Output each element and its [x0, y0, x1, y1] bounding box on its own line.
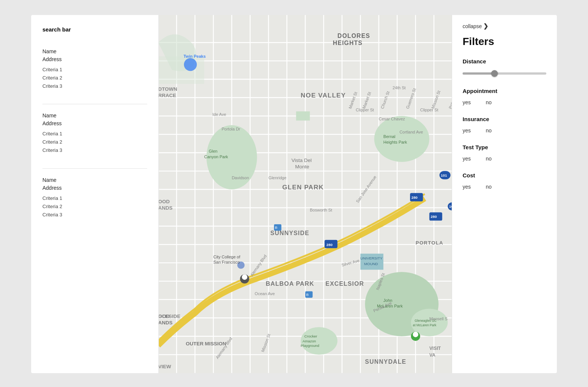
- result-criteria-1: Criteria 1 Criteria 2 Criteria 3: [42, 66, 147, 90]
- svg-text:Vista Del: Vista Del: [291, 158, 312, 163]
- svg-text:DOLORES: DOLORES: [338, 33, 370, 39]
- svg-text:Crocker: Crocker: [305, 334, 318, 338]
- result-name-3: Name: [42, 176, 147, 184]
- svg-text:101: 101: [441, 173, 447, 177]
- filter-insurance-options: yes no: [463, 128, 546, 134]
- svg-text:SUNNYSIDE: SUNNYSIDE: [270, 230, 309, 236]
- collapse-button[interactable]: collapse ❯: [463, 22, 546, 30]
- svg-text:Heights Park: Heights Park: [383, 140, 407, 144]
- svg-text:Monte: Monte: [295, 164, 309, 170]
- svg-rect-40: [296, 111, 310, 120]
- filter-test-type-options: yes no: [463, 156, 546, 162]
- result-item-2[interactable]: Name Address Criteria 1 Criteria 2 Crite…: [42, 112, 147, 154]
- svg-text:Cesar Chavez: Cesar Chavez: [379, 117, 405, 121]
- svg-text:Playground: Playground: [301, 344, 319, 348]
- filter-test-type-no[interactable]: no: [486, 156, 492, 162]
- svg-text:VIEW: VIEW: [159, 364, 171, 369]
- svg-text:Glenridge: Glenridge: [268, 176, 286, 180]
- svg-text:Clipper St: Clipper St: [420, 108, 438, 112]
- result-item-1[interactable]: Name Address Criteria 1 Criteria 2 Crite…: [42, 48, 147, 90]
- svg-text:280: 280: [431, 214, 437, 219]
- svg-text:B: B: [306, 292, 309, 297]
- filter-appointment-no[interactable]: no: [486, 99, 492, 105]
- result-name-2: Name: [42, 112, 147, 120]
- svg-text:Clipper St: Clipper St: [356, 108, 374, 112]
- result-name-1: Name: [42, 48, 147, 56]
- svg-text:24th St: 24th St: [393, 86, 406, 90]
- svg-text:B: B: [275, 225, 277, 230]
- map-area[interactable]: Bernal Heights Park Glen Canyon Park Joh…: [159, 15, 452, 373]
- svg-text:101: 101: [449, 204, 452, 208]
- svg-text:NOE VALLEY: NOE VALLEY: [301, 92, 346, 99]
- svg-text:San Francisco: San Francisco: [213, 260, 240, 264]
- filter-distance-label: Distance: [463, 58, 546, 64]
- svg-text:GLESIDE: GLESIDE: [159, 314, 180, 319]
- result-address-3: Address: [42, 184, 147, 192]
- svg-text:OUTER MISSION: OUTER MISSION: [186, 341, 226, 346]
- filter-cost-options: yes no: [463, 184, 546, 190]
- filter-cost-no[interactable]: no: [486, 184, 492, 190]
- svg-text:PORTOLA: PORTOLA: [416, 240, 443, 246]
- svg-text:City College of: City College of: [213, 255, 240, 259]
- svg-text:ANDS: ANDS: [159, 205, 173, 211]
- svg-text:ANDS: ANDS: [159, 320, 173, 326]
- main-container: search bar Name Address Criteria 1 Crite…: [31, 15, 557, 373]
- svg-text:MOUND: MOUND: [364, 262, 378, 266]
- search-bar-label: search bar: [42, 26, 147, 33]
- collapse-label: collapse: [463, 23, 482, 29]
- svg-point-104: [184, 58, 197, 71]
- svg-point-120: [413, 332, 418, 337]
- svg-text:Ocean Ave: Ocean Ave: [255, 291, 275, 296]
- slider-thumb[interactable]: [491, 70, 498, 77]
- filter-insurance-yes[interactable]: yes: [463, 128, 471, 134]
- svg-text:Davidson: Davidson: [232, 176, 249, 180]
- svg-text:Ide Ave: Ide Ave: [213, 112, 226, 117]
- svg-text:Mansell S: Mansell S: [429, 316, 447, 321]
- svg-text:280: 280: [412, 195, 418, 200]
- svg-text:OOD: OOD: [159, 199, 170, 204]
- svg-text:GLEN PARK: GLEN PARK: [282, 183, 324, 191]
- svg-text:280: 280: [326, 243, 333, 247]
- svg-text:Bosworth St: Bosworth St: [310, 208, 332, 212]
- filter-cost-label: Cost: [463, 172, 546, 178]
- filter-insurance-label: Insurance: [463, 116, 546, 122]
- svg-text:SUNNYDALE: SUNNYDALE: [365, 358, 406, 365]
- filter-distance: Distance: [463, 58, 546, 77]
- filter-cost-yes[interactable]: yes: [463, 184, 471, 190]
- svg-text:HEIGHTS: HEIGHTS: [333, 40, 362, 46]
- svg-text:VA: VA: [429, 352, 435, 358]
- filter-insurance-no[interactable]: no: [486, 128, 492, 134]
- svg-text:Amazon: Amazon: [303, 339, 316, 343]
- filter-test-type: Test Type yes no: [463, 144, 546, 162]
- svg-text:DTOWN: DTOWN: [159, 86, 177, 92]
- svg-text:at McLaren Park: at McLaren Park: [413, 323, 436, 327]
- filters-title: Filters: [463, 36, 546, 48]
- right-panel: collapse ❯ Filters Distance Appointment …: [452, 15, 557, 373]
- filter-appointment-label: Appointment: [463, 88, 546, 94]
- result-address-2: Address: [42, 120, 147, 128]
- svg-text:BALBOA PARK: BALBOA PARK: [266, 280, 314, 287]
- result-address-1: Address: [42, 56, 147, 63]
- filter-appointment-yes[interactable]: yes: [463, 99, 471, 105]
- svg-point-118: [242, 274, 247, 280]
- slider-track: [463, 72, 546, 75]
- svg-point-34: [374, 116, 430, 162]
- svg-text:VISIT: VISIT: [429, 346, 441, 351]
- filter-test-type-yes[interactable]: yes: [463, 156, 471, 162]
- distance-slider-container: [463, 70, 546, 77]
- svg-text:Glen: Glen: [209, 149, 217, 153]
- svg-text:Twin Peaks: Twin Peaks: [184, 54, 206, 58]
- filter-cost: Cost yes no: [463, 172, 546, 190]
- chevron-right-icon: ❯: [483, 22, 488, 30]
- divider-1: [42, 104, 147, 104]
- filter-insurance: Insurance yes no: [463, 116, 546, 134]
- result-criteria-2: Criteria 1 Criteria 2 Criteria 3: [42, 130, 147, 154]
- result-item-3[interactable]: Name Address Criteria 1 Criteria 2 Crite…: [42, 176, 147, 219]
- svg-text:EXCELSIOR: EXCELSIOR: [326, 280, 364, 287]
- left-panel: search bar Name Address Criteria 1 Crite…: [31, 15, 159, 373]
- svg-text:Portola Dr: Portola Dr: [222, 127, 240, 131]
- svg-rect-103: [159, 56, 204, 84]
- svg-text:Cortland Ave: Cortland Ave: [400, 130, 423, 134]
- filter-test-type-label: Test Type: [463, 144, 546, 150]
- result-criteria-3: Criteria 1 Criteria 2 Criteria 3: [42, 194, 147, 219]
